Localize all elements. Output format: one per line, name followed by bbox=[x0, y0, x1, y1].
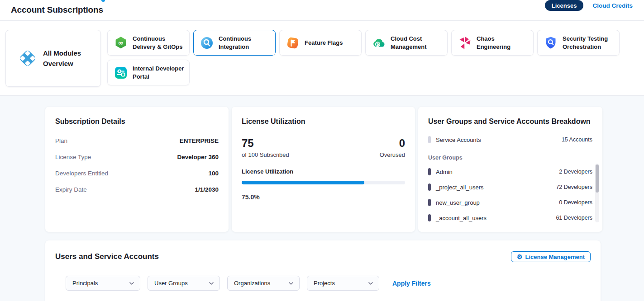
module-card-label: Continuous Integration bbox=[219, 35, 271, 51]
license-utilization-card: License Utilization 75 of 100 Subscribed… bbox=[232, 107, 415, 232]
cd-gitops-icon: ∞ bbox=[114, 36, 128, 50]
detail-label: Plan bbox=[55, 136, 67, 145]
cloud-cost-icon: $ bbox=[372, 36, 386, 50]
utilization-bar-label: License Utilization bbox=[242, 168, 405, 175]
service-accounts-marker bbox=[428, 136, 431, 143]
module-card[interactable]: Internal Developer Portal bbox=[107, 60, 190, 85]
scrollbar-track[interactable] bbox=[595, 164, 599, 222]
module-card[interactable]: $ Cloud Cost Management bbox=[365, 30, 448, 56]
page-header: Account Subscriptions Licenses Cloud Cre… bbox=[0, 0, 644, 21]
detail-row: Expiry Date 1/1/2030 bbox=[55, 185, 219, 194]
subscribed-caption: of 100 Subscribed bbox=[242, 151, 289, 158]
module-card[interactable]: ∞ Continuous Delivery & GitOps bbox=[107, 30, 190, 56]
user-group-value: 61 Developers bbox=[556, 215, 592, 221]
user-group-value: 0 Developers bbox=[559, 199, 592, 206]
detail-value: ENTERPRISE bbox=[180, 136, 219, 145]
users-and-service-accounts-card: Users and Service Accounts ⚙ License Man… bbox=[45, 240, 601, 301]
utilization-percent: 75.0% bbox=[242, 193, 405, 201]
user-groups-heading: User Groups bbox=[428, 155, 592, 161]
filters-row: Principals User Groups Organizat bbox=[66, 276, 591, 291]
module-card[interactable]: Continuous Integration bbox=[193, 30, 276, 56]
cloud-credits-tab[interactable]: Cloud Credits bbox=[592, 2, 633, 9]
detail-label: License Type bbox=[55, 153, 91, 161]
svg-text:∞: ∞ bbox=[118, 38, 124, 47]
chaos-engineering-icon bbox=[458, 36, 472, 50]
module-card-label: Continuous Delivery & GitOps bbox=[133, 35, 185, 51]
license-management-label: License Management bbox=[525, 254, 585, 260]
chevron-down-icon bbox=[368, 282, 373, 285]
user-group-row: _project_all_users 72 Developers bbox=[428, 183, 592, 192]
filter-dropdown[interactable]: Projects bbox=[307, 276, 379, 291]
user-group-marker bbox=[428, 183, 431, 191]
module-selector-band: All Modules Overview ∞ Continuous Delive… bbox=[0, 21, 644, 95]
module-card-label: Internal Developer Portal bbox=[133, 65, 185, 80]
usage-summary: 75 of 100 Subscribed 0 Overused bbox=[242, 137, 405, 158]
user-group-name: new_user_group bbox=[436, 199, 480, 206]
utilization-bar-fill bbox=[242, 181, 364, 184]
header-tab-switcher: Licenses Cloud Credits bbox=[545, 0, 633, 11]
internal-developer-portal-icon bbox=[114, 66, 128, 80]
filter-dropdown[interactable]: Organizations bbox=[227, 276, 300, 291]
feature-flags-icon bbox=[286, 36, 300, 50]
user-group-name: _account_all_users bbox=[436, 215, 487, 221]
detail-value: 100 bbox=[208, 169, 219, 178]
service-accounts-label: Service Accounts bbox=[436, 136, 481, 143]
service-accounts-value: 15 Accounts bbox=[562, 136, 592, 143]
service-accounts-row: Service Accounts 15 Accounts bbox=[428, 136, 592, 143]
security-testing-icon bbox=[544, 36, 558, 50]
user-group-marker bbox=[428, 199, 431, 206]
user-group-marker bbox=[428, 214, 431, 221]
clipped-nav-indicator bbox=[101, 0, 105, 2]
user-group-name: Admin bbox=[436, 169, 453, 175]
all-modules-overview-card[interactable]: All Modules Overview bbox=[5, 30, 101, 87]
detail-label: Developers Entitled bbox=[55, 169, 108, 178]
module-card[interactable]: Feature Flags bbox=[279, 30, 362, 56]
module-card-label: Chaos Engineering bbox=[477, 35, 529, 51]
detail-row: License Type Developer 360 bbox=[55, 153, 219, 161]
user-group-marker bbox=[428, 168, 431, 175]
utilization-bar-track bbox=[242, 181, 405, 184]
license-management-button[interactable]: ⚙ License Management bbox=[511, 251, 591, 262]
filter-dropdown[interactable]: User Groups bbox=[148, 276, 220, 291]
user-group-value: 2 Developers bbox=[559, 169, 592, 175]
account-subscriptions-page: Account Subscriptions Licenses Cloud Cre… bbox=[0, 0, 644, 301]
module-card[interactable]: Chaos Engineering bbox=[451, 30, 534, 56]
overused-count: 0 bbox=[380, 137, 405, 149]
users-section-title: Users and Service Accounts bbox=[55, 252, 159, 261]
license-utilization-title: License Utilization bbox=[242, 118, 405, 126]
filter-dropdown-label: User Groups bbox=[154, 280, 188, 287]
module-card-label: Feature Flags bbox=[305, 39, 343, 47]
chevron-down-icon bbox=[288, 282, 294, 285]
user-group-name: _project_all_users bbox=[436, 184, 484, 191]
subscription-details-card: Subscription Details Plan ENTERPRISE Lic… bbox=[45, 107, 229, 232]
filter-dropdown-label: Projects bbox=[314, 280, 335, 287]
subscription-details-title: Subscription Details bbox=[55, 118, 219, 126]
filter-dropdown-label: Principals bbox=[72, 280, 98, 287]
detail-label: Expiry Date bbox=[55, 185, 87, 194]
licenses-tab[interactable]: Licenses bbox=[545, 0, 584, 11]
ci-icon bbox=[200, 36, 214, 50]
all-modules-icon bbox=[18, 48, 38, 68]
user-group-row: new_user_group 0 Developers bbox=[428, 198, 592, 207]
module-card[interactable]: Security Testing Orchestration bbox=[537, 30, 620, 56]
gear-icon: ⚙ bbox=[517, 254, 523, 260]
breakdown-title: User Groups and Service Accounts Breakdo… bbox=[428, 118, 592, 126]
detail-row: Plan ENTERPRISE bbox=[55, 136, 219, 145]
detail-value: 1/1/2030 bbox=[195, 185, 219, 194]
scrollbar-thumb[interactable] bbox=[596, 165, 599, 193]
filter-dropdown-label: Organizations bbox=[234, 280, 270, 287]
overused-caption: Overused bbox=[380, 151, 405, 158]
chevron-down-icon bbox=[209, 282, 214, 285]
module-card-label: Security Testing Orchestration bbox=[563, 35, 615, 51]
user-group-row: _account_all_users 61 Developers bbox=[428, 213, 592, 222]
user-group-value: 72 Developers bbox=[556, 184, 592, 190]
svg-text:$: $ bbox=[376, 42, 379, 47]
apply-filters-link[interactable]: Apply Filters bbox=[392, 280, 431, 287]
breakdown-card: User Groups and Service Accounts Breakdo… bbox=[418, 107, 602, 232]
subscription-details-rows: Plan ENTERPRISE License Type Developer 3… bbox=[55, 136, 219, 194]
filter-dropdown[interactable]: Principals bbox=[66, 276, 140, 291]
module-card-label: Cloud Cost Management bbox=[391, 35, 443, 51]
user-group-row: Admin 2 Developers bbox=[428, 167, 592, 176]
used-count: 75 bbox=[242, 137, 289, 149]
user-groups-list[interactable]: Admin 2 Developers _project_all_users 72… bbox=[428, 167, 592, 222]
